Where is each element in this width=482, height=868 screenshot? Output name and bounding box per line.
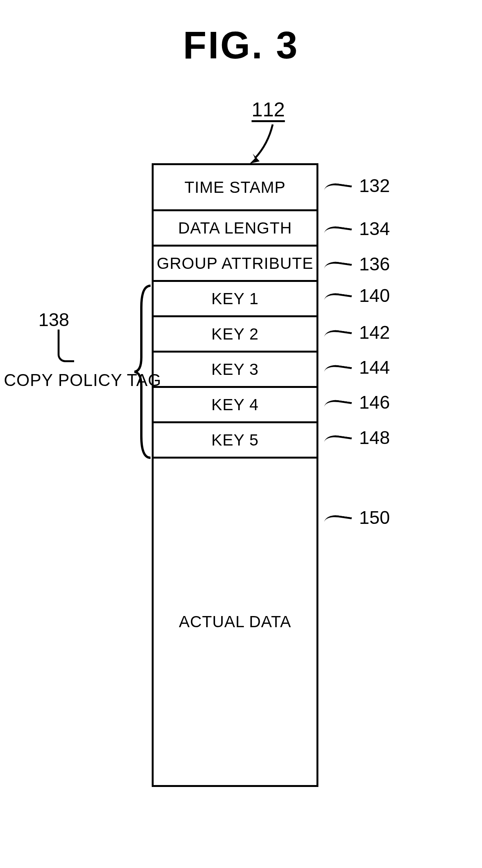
data-structure-table: TIME STAMP DATA LENGTH GROUP ATTRIBUTE K…: [152, 163, 318, 787]
cell-group-attribute: GROUP ATTRIBUTE: [152, 247, 318, 282]
ref-key-5: 148: [359, 427, 390, 448]
ref-group-attribute: 136: [359, 253, 390, 275]
cell-data-length: DATA LENGTH: [152, 211, 318, 247]
ref-actual-data: 150: [359, 507, 390, 528]
ref-key-1: 140: [359, 285, 390, 306]
figure-title: FIG. 3: [0, 23, 482, 67]
ref-key-3: 144: [359, 357, 390, 378]
cell-key-2: KEY 2: [152, 317, 318, 353]
ref-copy-policy: 138: [38, 309, 69, 330]
cell-key-4: KEY 4: [152, 388, 318, 423]
cell-actual-data: ACTUAL DATA: [152, 459, 318, 787]
struct-ref-number: 112: [252, 98, 285, 121]
ref-data-length: 134: [359, 218, 390, 239]
figure-page: FIG. 3 112 TIME STAMP DATA LENGTH GROUP …: [0, 0, 482, 868]
connector-copy-policy-ref: [58, 330, 74, 362]
ref-time-stamp: 132: [359, 175, 390, 196]
cell-time-stamp: TIME STAMP: [152, 163, 318, 211]
cell-key-1: KEY 1: [152, 282, 318, 317]
ref-key-2: 142: [359, 322, 390, 343]
ref-key-4: 146: [359, 392, 390, 413]
curly-brace-icon: [134, 284, 151, 459]
struct-ref-arrow: [246, 123, 277, 165]
cell-key-5: KEY 5: [152, 423, 318, 459]
cell-key-3: KEY 3: [152, 353, 318, 388]
